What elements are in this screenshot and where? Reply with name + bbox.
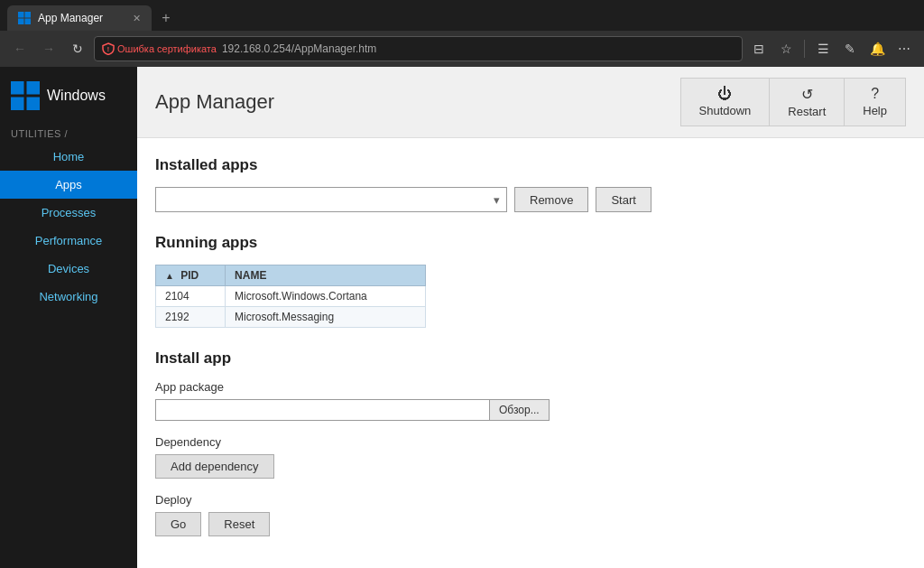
- hub-btn[interactable]: ☰: [810, 36, 836, 61]
- browse-button[interactable]: Обзор...: [489, 399, 550, 421]
- table-row: 2192 Microsoft.Messaging: [156, 307, 426, 328]
- restart-icon: ↺: [801, 86, 813, 103]
- app-package-subsection: App package Обзор...: [155, 380, 906, 421]
- running-apps-section: Running apps ▲ PID NAME: [155, 234, 906, 328]
- svg-rect-8: [27, 98, 41, 111]
- pid-column-label: PID: [180, 269, 199, 282]
- sidebar-item-performance[interactable]: Performance: [0, 227, 137, 255]
- active-tab[interactable]: App Manager ✕: [7, 5, 152, 31]
- forward-icon: →: [42, 42, 55, 56]
- remove-button[interactable]: Remove: [514, 187, 588, 212]
- address-bar[interactable]: ! Ошибка сертификата 192.168.0.254/AppMa…: [94, 36, 743, 61]
- installed-apps-controls: Remove Start: [155, 187, 906, 212]
- sidebar-logo: Windows: [0, 67, 137, 121]
- shutdown-icon: ⏻: [717, 86, 732, 102]
- sidebar: Windows UTILITIES / Home Apps Processes …: [0, 67, 137, 568]
- star-icon: ☆: [781, 42, 792, 56]
- refresh-icon: ↻: [72, 42, 83, 56]
- help-icon: ?: [871, 86, 879, 102]
- sidebar-section-label: UTILITIES /: [0, 121, 137, 143]
- refresh-btn[interactable]: ↻: [65, 36, 90, 61]
- hub-icon: ☰: [818, 42, 829, 56]
- reader-view-btn[interactable]: ⊟: [746, 36, 772, 61]
- back-btn[interactable]: ←: [7, 36, 32, 61]
- help-button[interactable]: ? Help: [844, 78, 906, 126]
- page-title: App Manager: [155, 90, 274, 114]
- sidebar-item-devices[interactable]: Devices: [0, 255, 137, 283]
- notes-btn[interactable]: ✎: [837, 36, 863, 61]
- tab-close-btn[interactable]: ✕: [133, 13, 141, 24]
- nav-bar: ← → ↻ ! Ошибка сертификата 192.168.0.254…: [0, 31, 924, 67]
- back-icon: ←: [14, 42, 26, 56]
- favorites-btn[interactable]: ☆: [773, 36, 799, 61]
- name-column-header[interactable]: NAME: [226, 265, 426, 286]
- start-button[interactable]: Start: [596, 187, 651, 212]
- notes-icon: ✎: [845, 42, 855, 56]
- go-button[interactable]: Go: [155, 512, 201, 536]
- main-content: App Manager ⏻ Shutdown ↺ Restart ? Help: [137, 67, 924, 568]
- windows-tab-icon: [18, 12, 31, 24]
- table-row: 2104 Microsoft.Windows.Cortana: [156, 286, 426, 307]
- table-header-row: ▲ PID NAME: [156, 265, 426, 286]
- svg-rect-5: [11, 81, 24, 95]
- app-package-input[interactable]: [155, 399, 489, 421]
- cert-error: ! Ошибка сертификата: [102, 42, 217, 55]
- deploy-subsection: Deploy Go Reset: [155, 493, 906, 536]
- separator: [804, 40, 805, 58]
- installed-apps-title: Installed apps: [155, 156, 906, 174]
- install-app-section: Install app App package Обзор... Depende…: [155, 349, 906, 536]
- shield-icon: !: [102, 42, 115, 55]
- tab-bar: App Manager ✕ +: [0, 0, 924, 31]
- deploy-row: Go Reset: [155, 512, 906, 536]
- name-cell-1: Microsoft.Windows.Cortana: [226, 286, 426, 307]
- help-label: Help: [863, 104, 887, 117]
- notifications-btn[interactable]: 🔔: [864, 36, 890, 61]
- svg-rect-2: [18, 19, 24, 25]
- forward-btn[interactable]: →: [36, 36, 61, 61]
- app-package-label: App package: [155, 380, 906, 394]
- dependency-label: Dependency: [155, 435, 906, 449]
- svg-text:!: !: [107, 46, 109, 52]
- cert-error-text: Ошибка сертификата: [117, 43, 217, 54]
- reader-icon: ⊟: [753, 42, 764, 56]
- table-header: ▲ PID NAME: [156, 265, 426, 286]
- tab-title: App Manager: [38, 12, 103, 24]
- svg-rect-3: [25, 19, 32, 25]
- bell-icon: 🔔: [870, 42, 885, 56]
- add-dependency-button[interactable]: Add dependency: [155, 454, 274, 479]
- app-select[interactable]: [155, 187, 507, 212]
- name-cell-2: Microsoft.Messaging: [226, 307, 426, 328]
- reset-button[interactable]: Reset: [208, 512, 270, 536]
- shutdown-button[interactable]: ⏻ Shutdown: [680, 78, 770, 126]
- pid-cell-2: 2192: [156, 307, 226, 328]
- more-btn[interactable]: ⋯: [892, 36, 917, 61]
- dependency-subsection: Dependency Add dependency: [155, 435, 906, 479]
- installed-apps-section: Installed apps Remove Start: [155, 156, 906, 212]
- running-apps-body: 2104 Microsoft.Windows.Cortana 2192 Micr…: [156, 286, 426, 328]
- name-column-label: NAME: [235, 269, 266, 282]
- header-actions: ⏻ Shutdown ↺ Restart ? Help: [680, 78, 906, 126]
- sidebar-item-processes[interactable]: Processes: [0, 199, 137, 227]
- url-text: 192.168.0.254/AppManager.htm: [222, 42, 376, 55]
- content-area: Installed apps Remove Start Running apps: [137, 138, 924, 568]
- app-wrapper: Windows UTILITIES / Home Apps Processes …: [0, 67, 924, 568]
- sidebar-logo-text: Windows: [47, 88, 106, 104]
- more-icon: ⋯: [898, 42, 910, 56]
- file-input-row: Обзор...: [155, 399, 906, 421]
- new-tab-btn[interactable]: +: [153, 5, 179, 31]
- main-header: App Manager ⏻ Shutdown ↺ Restart ? Help: [137, 67, 924, 138]
- svg-rect-1: [25, 12, 32, 18]
- pid-column-header[interactable]: ▲ PID: [156, 265, 226, 286]
- svg-rect-7: [11, 98, 24, 111]
- running-apps-table: ▲ PID NAME 2104 Microsoft.Windows.Cortan…: [155, 265, 426, 328]
- svg-rect-0: [18, 12, 24, 18]
- app-select-wrapper: [155, 187, 507, 212]
- restart-button[interactable]: ↺ Restart: [769, 78, 844, 126]
- pid-cell-1: 2104: [156, 286, 226, 307]
- sidebar-item-apps[interactable]: Apps: [0, 171, 137, 199]
- deploy-label: Deploy: [155, 493, 906, 507]
- windows-logo: [11, 81, 40, 110]
- shutdown-label: Shutdown: [699, 104, 752, 117]
- sidebar-item-home[interactable]: Home: [0, 143, 137, 171]
- sidebar-item-networking[interactable]: Networking: [0, 283, 137, 311]
